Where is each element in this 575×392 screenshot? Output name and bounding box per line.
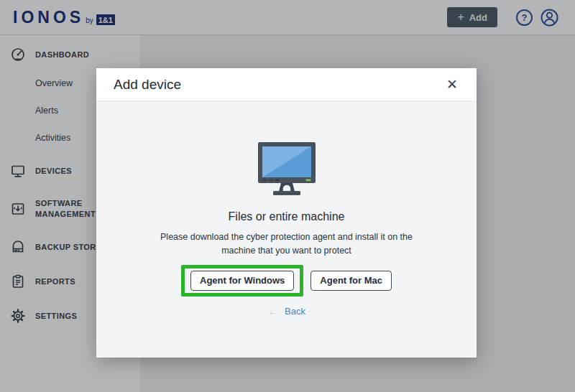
back-link-label: Back — [285, 306, 305, 317]
agent-for-windows-button[interactable]: Agent for Windows — [190, 271, 294, 291]
modal-description: Please download the cyber protection age… — [160, 230, 413, 258]
modal-heading: Files or entire machine — [229, 210, 345, 223]
highlight-annotation-box: Agent for Windows — [181, 265, 303, 297]
monitor-illustration — [251, 141, 323, 199]
modal-body: Files or entire machine Please download … — [96, 101, 477, 358]
modal-header: Add device ✕ — [96, 68, 477, 101]
modal-title: Add device — [114, 77, 181, 93]
back-link[interactable]: ← Back — [267, 306, 305, 317]
add-device-modal: Add device ✕ Files or e — [96, 68, 477, 358]
back-arrow-icon: ← — [267, 306, 278, 317]
close-icon[interactable]: ✕ — [443, 76, 461, 93]
agent-for-mac-button[interactable]: Agent for Mac — [310, 271, 392, 291]
agent-buttons-row: Agent for Windows Agent for Mac — [181, 265, 392, 297]
app-window: IONOS by 1&1 + Add ? — [0, 0, 575, 392]
